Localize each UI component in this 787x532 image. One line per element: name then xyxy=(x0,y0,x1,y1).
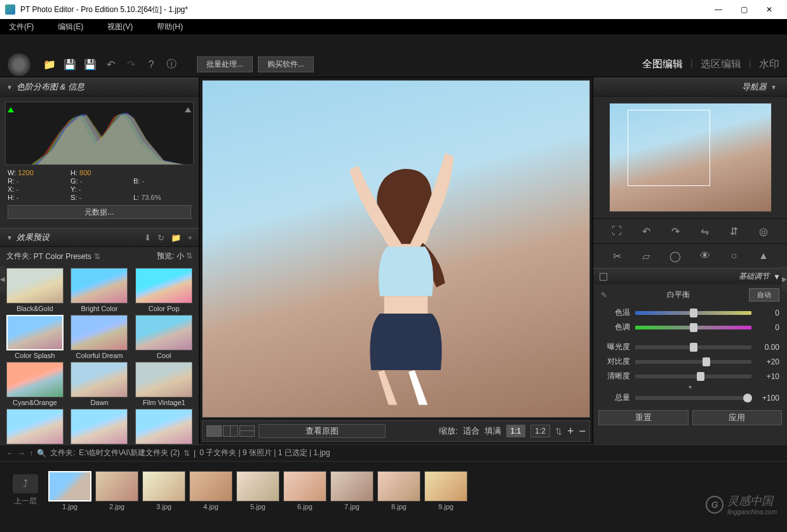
redeye-icon[interactable]: 👁 xyxy=(698,249,712,263)
lens-icon[interactable]: ◯ xyxy=(668,249,682,263)
flip-v-icon[interactable]: ⇵ xyxy=(727,224,741,238)
layout-split-v[interactable] xyxy=(223,425,238,437)
fit-icon[interactable]: ⛶ xyxy=(610,224,624,238)
navigator-header[interactable]: 导航器 ▼ xyxy=(593,77,787,96)
chevron-icon[interactable]: ⇅ xyxy=(94,252,100,261)
zoom-out-icon[interactable]: − xyxy=(579,425,586,438)
filmstrip-item[interactable]: 8.jpg xyxy=(377,471,420,510)
mode-watermark[interactable]: 水印 xyxy=(759,58,779,71)
preset-item[interactable]: Color Splash xyxy=(4,315,66,359)
adjust-header[interactable]: 基础调节 ▼ xyxy=(593,268,787,284)
undo-icon[interactable]: ↶ xyxy=(103,57,118,72)
slider-thumb[interactable] xyxy=(743,394,752,402)
up-folder-button[interactable]: ⤴ 上一层 xyxy=(6,474,44,507)
filmstrip-item[interactable]: 5.jpg xyxy=(236,471,279,510)
filmstrip-item[interactable]: 7.jpg xyxy=(330,471,373,510)
slider-track[interactable] xyxy=(635,360,751,364)
preset-item[interactable]: Colorful Dream xyxy=(69,315,131,359)
slider-thumb[interactable] xyxy=(697,372,704,381)
close-button[interactable]: ✕ xyxy=(757,0,782,19)
filmstrip-item[interactable]: 2.jpg xyxy=(95,471,138,510)
path-text[interactable]: E:\临时文件\AI\新建文件夹 (2) xyxy=(79,448,180,458)
menu-edit[interactable]: 编辑(E) xyxy=(58,22,83,32)
metadata-button[interactable]: 元数据... xyxy=(8,205,191,219)
batch-button[interactable]: 批量处理... xyxy=(197,57,253,72)
crop-icon[interactable]: ✂ xyxy=(610,249,624,263)
slider-track[interactable] xyxy=(635,326,751,329)
slider-thumb[interactable] xyxy=(690,343,697,352)
nav-fwd-icon[interactable]: → xyxy=(18,449,25,458)
filmstrip-item[interactable]: 1.jpg xyxy=(48,471,91,510)
menu-help[interactable]: 帮助(H) xyxy=(157,22,183,32)
chevron-icon[interactable]: ⇅ xyxy=(184,449,190,458)
info-icon[interactable]: ⓘ xyxy=(164,57,179,72)
import-icon[interactable]: ⬇ xyxy=(144,233,151,243)
layout-split-h[interactable] xyxy=(239,425,255,437)
rotate-right-icon[interactable]: ↷ xyxy=(668,224,682,238)
nav-up-icon[interactable]: ↑ xyxy=(29,449,33,458)
buy-button[interactable]: 购买软件... xyxy=(258,57,314,72)
open-icon[interactable]: 📁 xyxy=(42,57,57,72)
target-icon[interactable]: ◎ xyxy=(757,224,770,238)
preview-size[interactable]: 小 xyxy=(177,251,184,260)
zoom-step-icon[interactable]: ⇅ xyxy=(555,427,562,436)
folder-icon[interactable]: 📁 xyxy=(171,233,181,243)
menu-view[interactable]: 视图(V) xyxy=(107,22,133,32)
refresh-icon[interactable]: ↻ xyxy=(158,233,165,243)
histogram-chart[interactable] xyxy=(5,102,194,165)
highlight-clip-icon[interactable] xyxy=(185,104,191,112)
zoom-11[interactable]: 1:1 xyxy=(506,425,526,437)
slider-track[interactable] xyxy=(635,396,751,400)
clone-icon[interactable]: ▲ xyxy=(757,249,770,263)
presets-header[interactable]: ▼ 效果预设 ⬇ ↻ 📁 + xyxy=(0,228,199,247)
flip-h-icon[interactable]: ⇋ xyxy=(698,224,712,238)
preset-item[interactable] xyxy=(4,409,66,444)
slider-track[interactable] xyxy=(635,345,751,349)
redo-icon[interactable]: ↷ xyxy=(123,57,138,72)
reset-button[interactable]: 重置 xyxy=(598,410,689,425)
left-collapse-handle[interactable]: ◀ xyxy=(0,266,5,291)
add-icon[interactable]: + xyxy=(187,233,192,243)
adjust-checkbox[interactable] xyxy=(600,273,607,281)
preset-item[interactable]: Black&Gold xyxy=(4,268,66,312)
filmstrip-item[interactable]: 4.jpg xyxy=(189,471,232,510)
slider-thumb[interactable] xyxy=(690,309,697,317)
nav-back-icon[interactable]: ← xyxy=(6,449,14,458)
histogram-header[interactable]: ▼ 色阶分布图 & 信息 xyxy=(0,77,199,96)
preset-item[interactable]: Dawn xyxy=(69,362,131,406)
zoom-in-icon[interactable]: + xyxy=(567,425,574,438)
navigator-preview[interactable] xyxy=(609,103,772,212)
canvas[interactable] xyxy=(202,80,590,418)
right-collapse-handle[interactable]: ▶ xyxy=(782,266,787,291)
saveas-icon[interactable]: 💾 xyxy=(83,57,98,72)
filmstrip-item[interactable]: 6.jpg xyxy=(283,471,326,510)
maximize-button[interactable]: ▢ xyxy=(731,0,757,19)
view-original-button[interactable]: 查看原图 xyxy=(259,424,386,438)
preset-item[interactable] xyxy=(69,409,131,444)
auto-button[interactable]: 自动 xyxy=(749,288,779,302)
preset-item[interactable]: Film Vintage1 xyxy=(133,362,195,406)
filmstrip-item[interactable]: 9.jpg xyxy=(424,471,467,510)
preset-item[interactable]: Cool xyxy=(133,315,195,359)
slider-track[interactable] xyxy=(635,375,751,378)
slider-track[interactable] xyxy=(635,311,751,315)
zoom-fill[interactable]: 填满 xyxy=(485,425,501,437)
navigator-viewport[interactable] xyxy=(628,110,710,186)
preset-item[interactable] xyxy=(133,409,195,444)
preset-item[interactable]: Cyan&Orange xyxy=(4,362,66,406)
save-icon[interactable]: 💾 xyxy=(62,57,77,72)
minimize-button[interactable]: — xyxy=(706,0,731,19)
zoom-12[interactable]: 1:2 xyxy=(530,425,550,437)
mode-area-edit[interactable]: 选区编辑 xyxy=(701,58,741,71)
layout-single[interactable] xyxy=(206,425,222,437)
apply-button[interactable]: 应用 xyxy=(692,410,783,425)
menu-file[interactable]: 文件(F) xyxy=(9,22,34,32)
preset-grid[interactable]: Black&Gold Bright Color Color Pop Color … xyxy=(0,265,199,444)
chevron-icon[interactable]: ⇅ xyxy=(186,251,192,260)
preset-item[interactable]: Bright Color xyxy=(69,268,131,312)
preset-item[interactable]: Color Pop xyxy=(133,268,195,312)
help-icon[interactable]: ? xyxy=(144,57,159,72)
slider-thumb[interactable] xyxy=(703,357,710,366)
eyedropper-icon[interactable]: ✎ xyxy=(601,291,607,300)
spot-icon[interactable]: ○ xyxy=(727,249,741,263)
